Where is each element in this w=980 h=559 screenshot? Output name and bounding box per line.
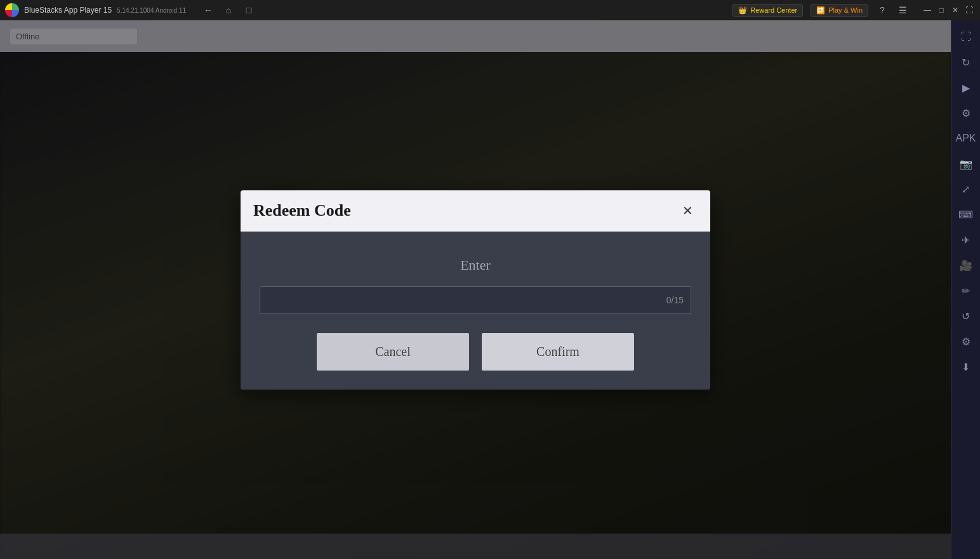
play-win-coin-icon: 🔁 bbox=[816, 6, 825, 15]
sidebar-screenshot-icon[interactable]: 📷 bbox=[955, 152, 977, 175]
dialog-input-wrapper: 0/15 bbox=[260, 286, 691, 314]
sidebar-location-icon[interactable]: ✈ bbox=[955, 228, 977, 251]
titlebar-nav: ← ⌂ □ bbox=[201, 3, 256, 17]
sidebar-camera-icon[interactable]: 🎥 bbox=[955, 254, 977, 277]
sidebar-keyboard-icon[interactable]: ⌨ bbox=[955, 203, 977, 226]
sidebar-brush-icon[interactable]: ✏ bbox=[955, 279, 977, 302]
minimize-button[interactable]: — bbox=[922, 4, 933, 16]
nav-home-button[interactable]: ⌂ bbox=[222, 3, 235, 17]
close-button[interactable]: ✕ bbox=[950, 4, 961, 16]
redeem-code-input[interactable] bbox=[260, 286, 691, 314]
cancel-button[interactable]: Cancel bbox=[317, 333, 469, 371]
dialog-body: Enter 0/15 bbox=[241, 232, 710, 333]
sidebar-resize-icon[interactable]: ⤢ bbox=[955, 178, 977, 201]
sidebar-refresh-icon[interactable]: ↺ bbox=[955, 305, 977, 327]
app-version: 5.14.21.1004 Android 11 bbox=[117, 7, 186, 14]
expand-button[interactable]: ⛶ bbox=[963, 4, 975, 16]
sidebar-settings-icon[interactable]: ⚙ bbox=[955, 102, 977, 124]
app-name: BlueStacks App Player 15 bbox=[24, 6, 112, 15]
main-content: Redeem Code ✕ Enter 0/15 Cancel Confirm bbox=[0, 20, 951, 559]
dialog-title: Redeem Code bbox=[253, 201, 351, 220]
reward-center-button[interactable]: 👑 Reward Center bbox=[732, 4, 803, 17]
bluestacks-logo bbox=[5, 3, 19, 17]
dialog-header: Redeem Code ✕ bbox=[241, 190, 710, 232]
dialog-footer: Cancel Confirm bbox=[241, 333, 710, 390]
menu-button[interactable]: ☰ bbox=[896, 4, 909, 16]
nav-back-button[interactable]: ← bbox=[201, 3, 215, 17]
right-sidebar: ⛶ ↻ ▶ ⚙ APK 📷 ⤢ ⌨ ✈ 🎥 ✏ ↺ ⚙ ⬇ bbox=[951, 20, 980, 559]
nav-copy-button[interactable]: □ bbox=[242, 3, 256, 17]
help-button[interactable]: ? bbox=[876, 4, 889, 16]
sidebar-sync-icon[interactable]: ↻ bbox=[955, 51, 977, 74]
sidebar-download-icon[interactable]: ⬇ bbox=[955, 355, 977, 378]
dialog-enter-label: Enter bbox=[460, 257, 491, 273]
sidebar-gear-icon[interactable]: ⚙ bbox=[955, 330, 977, 353]
confirm-button[interactable]: Confirm bbox=[482, 333, 634, 371]
reward-center-label: Reward Center bbox=[750, 6, 797, 14]
play-win-button[interactable]: 🔁 Play & Win bbox=[811, 4, 868, 17]
sidebar-expand-icon[interactable]: ⛶ bbox=[955, 25, 977, 48]
reward-crown-icon: 👑 bbox=[738, 6, 747, 15]
sidebar-play-icon[interactable]: ▶ bbox=[955, 76, 977, 99]
titlebar-right: 👑 Reward Center 🔁 Play & Win ? ☰ — □ ✕ ⛶ bbox=[732, 4, 975, 17]
maximize-button[interactable]: □ bbox=[936, 4, 947, 16]
window-controls: — □ ✕ ⛶ bbox=[922, 4, 975, 16]
play-win-label: Play & Win bbox=[828, 6, 863, 14]
dialog-close-button[interactable]: ✕ bbox=[677, 201, 698, 221]
dialog-overlay: Redeem Code ✕ Enter 0/15 Cancel Confirm bbox=[0, 20, 951, 559]
sidebar-apk-icon[interactable]: APK bbox=[955, 127, 977, 150]
titlebar: BlueStacks App Player 15 5.14.21.1004 An… bbox=[0, 0, 980, 20]
redeem-code-dialog: Redeem Code ✕ Enter 0/15 Cancel Confirm bbox=[241, 190, 710, 390]
